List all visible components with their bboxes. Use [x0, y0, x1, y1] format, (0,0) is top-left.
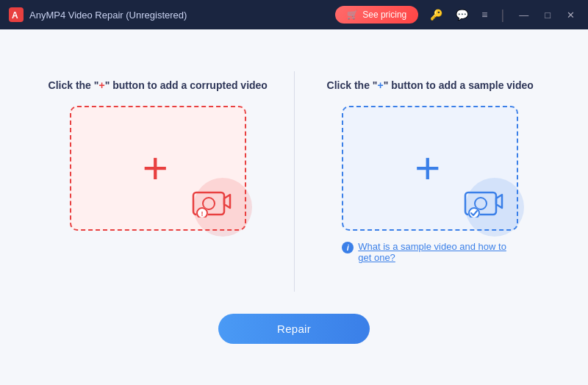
info-link-text: What is a sample video and how to get on…: [358, 241, 518, 263]
sample-plus-highlight: +: [377, 79, 383, 91]
info-icon: i: [342, 242, 354, 253]
panel-divider: [294, 71, 295, 292]
corrupted-video-panel: Click the "+" button to add a corrupted …: [29, 71, 287, 239]
svg-point-10: [475, 198, 487, 209]
corrupted-drop-zone[interactable]: + !: [70, 106, 246, 231]
titlebar: A AnyMP4 Video Repair (Unregistered) 🛒 S…: [0, 0, 588, 29]
panels-container: Click the "+" button to add a corrupted …: [29, 71, 559, 292]
corrupted-panel-title: Click the "+" button to add a corrupted …: [49, 79, 268, 93]
repair-button-wrapper: Repair: [218, 314, 370, 344]
sample-drop-zone[interactable]: +: [342, 106, 518, 231]
sample-add-icon: +: [415, 146, 440, 190]
minimize-button[interactable]: —: [514, 9, 533, 21]
app-title: AnyMP4 Video Repair (Unregistered): [29, 10, 335, 21]
main-content: Click the "+" button to add a corrupted …: [0, 29, 588, 385]
sample-video-panel: Click the "+" button to add a sample vid…: [302, 71, 559, 271]
repair-button[interactable]: Repair: [218, 314, 370, 344]
pricing-label: See pricing: [362, 10, 406, 20]
corrupted-add-icon: +: [143, 146, 168, 190]
titlebar-controls: 🔑 💬 ≡ | — □ ✕: [427, 7, 579, 23]
sample-camera-icon: [464, 185, 503, 217]
key-button[interactable]: 🔑: [427, 8, 445, 21]
svg-text:A: A: [12, 10, 18, 21]
corrupted-plus-highlight: +: [98, 79, 104, 91]
cart-icon: 🛒: [347, 10, 358, 20]
close-button[interactable]: ✕: [562, 9, 579, 21]
svg-text:!: !: [201, 210, 203, 217]
maximize-button[interactable]: □: [540, 9, 555, 21]
see-pricing-button[interactable]: 🛒 See pricing: [335, 6, 418, 24]
svg-point-4: [203, 198, 215, 209]
sample-panel-title: Click the "+" button to add a sample vid…: [327, 79, 534, 93]
app-logo: A: [9, 7, 24, 22]
menu-button[interactable]: ≡: [478, 8, 490, 21]
sample-info-link[interactable]: i What is a sample video and how to get …: [342, 241, 518, 263]
corrupted-camera-icon: !: [192, 185, 232, 217]
chat-button[interactable]: 💬: [453, 8, 471, 21]
